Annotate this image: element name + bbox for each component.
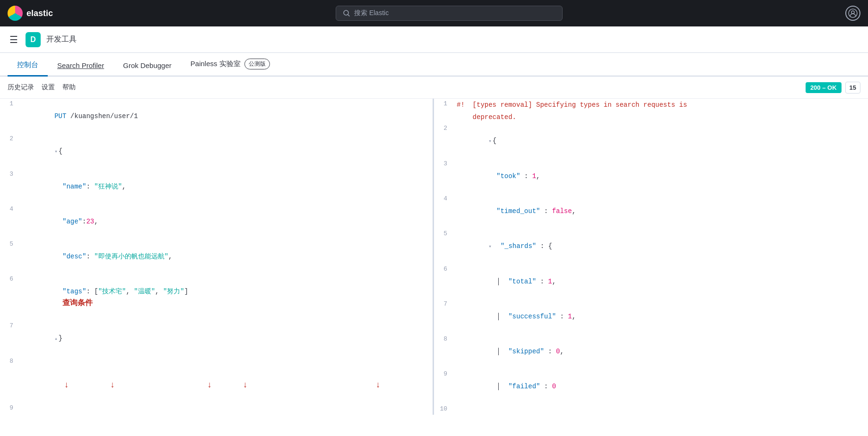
global-search-bar[interactable]: 搜索 Elastic [336, 6, 563, 21]
painless-beta-badge: 公测版 [244, 59, 270, 69]
tab-search-profiler[interactable]: Search Profiler [48, 56, 113, 77]
pane-drag-handle[interactable] [433, 248, 434, 266]
editor-line-6: 6 "tags": ["技术宅", "温暖", "努力"] 查询条件 [0, 274, 433, 321]
result-line-5: 5 ▾ "_shards" : { [434, 229, 868, 264]
settings-button[interactable]: 设置 [42, 81, 55, 94]
editor-line-3: 3 "name": "狂神说", [0, 169, 433, 204]
tab-painless[interactable]: Painless 实验室 公测版 [181, 53, 279, 77]
editor-line-9: 9 [0, 403, 433, 415]
editor-line-1: 1 PUT /kuangshen/user/1 [0, 99, 433, 134]
user-avatar-icon[interactable] [845, 6, 860, 21]
result-line-10: 10 ▴ }, [434, 404, 868, 415]
editor-line-2: 2 ▾{ [0, 134, 433, 169]
help-button[interactable]: 帮助 [62, 81, 76, 94]
editor-line-8: 8 ↓ ↓ ↓ ↓ ↓ [0, 356, 433, 403]
svg-point-3 [851, 11, 854, 14]
hamburger-button[interactable]: ☰ [8, 32, 20, 47]
editor-line-7: 7 ▴} [0, 321, 433, 356]
main-content: 1 PUT /kuangshen/user/1 2 ▾{ 3 "name": "… [0, 99, 868, 415]
result-line-3: 3 "took" : 1, [434, 159, 868, 194]
result-line-9: 9 │ "failed" : 0 [434, 369, 868, 404]
editor-line-5: 5 "desc": "即使再小的帆也能远航", [0, 239, 433, 274]
result-pane[interactable]: 1 #! [types removal] Specifying types in… [434, 99, 868, 415]
result-line-7: 7 │ "successful" : 1, [434, 299, 868, 334]
result-line-1: 1 #! [types removal] Specifying types in… [434, 99, 868, 111]
elastic-logo-icon [8, 6, 23, 21]
editor-line-4: 4 "age":23, [0, 204, 433, 239]
line-number-badge: 15 [845, 82, 860, 94]
app-badge: D [26, 32, 41, 47]
elastic-logo-text: elastic [26, 9, 53, 18]
top-bar: elastic 搜索 Elastic [0, 0, 868, 26]
toolbar: 历史记录 设置 帮助 200 – OK 15 [0, 77, 868, 99]
status-badge: 200 – OK [806, 82, 842, 93]
elastic-logo: elastic [8, 6, 53, 21]
history-button[interactable]: 历史记录 [8, 81, 34, 94]
editor-pane[interactable]: 1 PUT /kuangshen/user/1 2 ▾{ 3 "name": "… [0, 99, 434, 415]
result-line-1b: deprecated. [434, 111, 868, 123]
tab-bar: 控制台 Search Profiler Grok Debugger Painle… [0, 53, 868, 77]
result-line-8: 8 │ "skipped" : 0, [434, 334, 868, 369]
result-line-2: 2 ▾{ [434, 123, 868, 159]
tab-grok-debugger[interactable]: Grok Debugger [113, 56, 181, 77]
top-bar-right [845, 6, 860, 21]
secondary-header: ☰ D 开发工具 [0, 26, 868, 53]
app-title: 开发工具 [46, 34, 77, 44]
global-search-placeholder: 搜索 Elastic [354, 9, 389, 17]
search-icon [343, 9, 350, 17]
result-line-4: 4 "timed_out" : false, [434, 194, 868, 229]
toolbar-right: 200 – OK 15 [806, 82, 860, 94]
top-bar-left: elastic [8, 6, 53, 21]
result-line-6: 6 │ "total" : 1, [434, 264, 868, 299]
svg-line-1 [348, 15, 349, 16]
tab-console[interactable]: 控制台 [8, 55, 48, 77]
